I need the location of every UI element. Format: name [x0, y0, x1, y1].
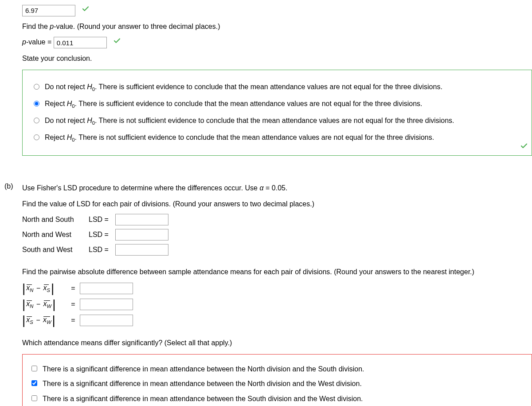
abs-input-sw[interactable] [80, 315, 133, 326]
pvalue-prompt: Find the p-value. (Round your answer to … [22, 21, 532, 32]
significance-checkbox-group: There is a significant difference in mea… [22, 354, 532, 406]
lsd-input-sw[interactable] [115, 244, 168, 256]
checkbox-1[interactable] [31, 366, 37, 371]
checkbox-row-1: There is a significant difference in mea… [30, 363, 524, 375]
which-prompt: Which attendance means differ significan… [22, 337, 532, 349]
radio-option-3: Do not reject H0. There is not sufficien… [31, 115, 523, 127]
lsd-row-sw: South and West LSD = [22, 244, 532, 256]
checkbox-row-2: There is a significant difference in mea… [30, 378, 524, 390]
lsd-row-nw: North and West LSD = [22, 229, 532, 240]
checkbox-row-3: There is a significant difference in mea… [30, 393, 524, 405]
pairwise-prompt: Find the pairwise absolute difference be… [22, 266, 532, 278]
part-b-intro: Use Fisher's LSD procedure to determine … [22, 182, 532, 194]
check-icon [113, 37, 121, 48]
pvalue-label: p-value = [22, 38, 54, 46]
radio-option-2: Reject H0. There is sufficient evidence … [31, 98, 523, 110]
checkbox-2[interactable] [31, 380, 37, 386]
radio-option-4: Reject H0. There is not sufficient evide… [31, 132, 523, 144]
abs-input-nw[interactable] [80, 299, 133, 310]
f-stat-input[interactable] [22, 5, 75, 16]
radio-2[interactable] [34, 101, 39, 106]
check-icon [520, 142, 528, 152]
conclusion-title: State your conclusion. [22, 53, 532, 64]
check-icon [82, 5, 90, 16]
lsd-input-ns[interactable] [115, 214, 168, 225]
abs-row-nw: | xN − xW | = [22, 298, 532, 311]
part-b-label: (b) [4, 182, 13, 190]
pvalue-input[interactable] [54, 37, 107, 48]
abs-input-ns[interactable] [80, 283, 133, 294]
radio-4[interactable] [34, 134, 39, 140]
lsd-input-nw[interactable] [115, 229, 168, 240]
checkbox-3[interactable] [31, 395, 37, 401]
lsd-row-ns: North and South LSD = [22, 214, 532, 225]
radio-3[interactable] [34, 118, 39, 123]
radio-1[interactable] [34, 84, 39, 90]
abs-row-sw: | xS − xW | = [22, 314, 532, 327]
radio-option-1: Do not reject H0. There is sufficient ev… [31, 81, 523, 94]
abs-row-ns: | xN − xS | = [22, 282, 532, 295]
lsd-prompt: Find the value of LSD for each pair of d… [22, 198, 532, 210]
conclusion-radio-group: Do not reject H0. There is sufficient ev… [22, 70, 532, 156]
